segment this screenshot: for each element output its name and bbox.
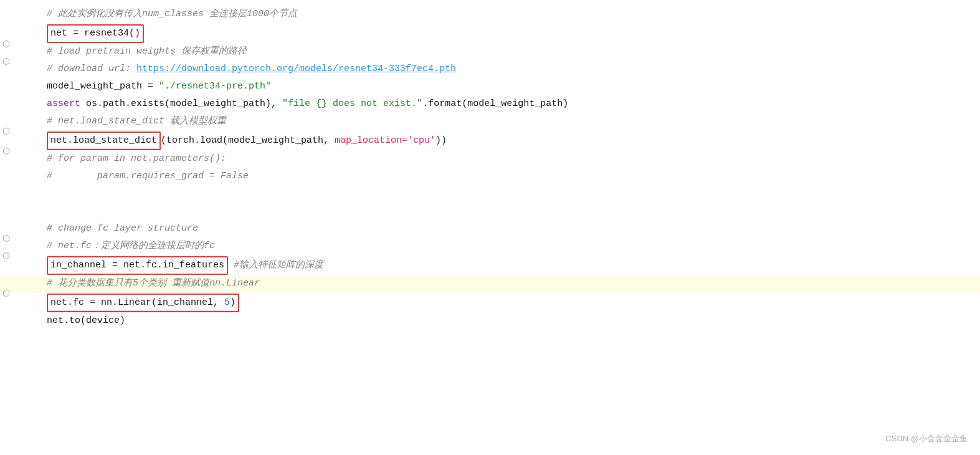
- url-link[interactable]: https://download.pytorch.org/models/resn…: [136, 64, 456, 74]
- code-content: in_channel = net.fc.in_features #输入特征矩阵的…: [34, 256, 980, 275]
- highlighted-code-box: net = resnet34(): [47, 24, 144, 43]
- comment-text: # 此处实例化没有传入num_classes 全连接层1000个节点: [47, 9, 297, 19]
- string-literal: "file {} does not exist.": [282, 98, 422, 109]
- code-text: net.to(device): [47, 315, 125, 326]
- code-text: .format(model_weight_path): [422, 98, 568, 109]
- code-content: # 此处实例化没有传入num_classes 全连接层1000个节点: [34, 7, 980, 22]
- keyword: assert: [47, 98, 80, 109]
- comment-text: # load pretrain weights 保存权重的路径: [47, 46, 247, 57]
- code-line: net.to(device): [0, 313, 980, 330]
- bookmark-icon: ⬡: [2, 287, 10, 300]
- bookmark-icon: ⬡: [2, 249, 10, 263]
- code-line: ⬡net.fc = nn.Linear(in_channel, 5): [0, 293, 980, 313]
- code-line: # change fc layer structure: [0, 221, 980, 238]
- code-content: net.to(device): [34, 314, 980, 328]
- comment-text: # download url:: [47, 64, 136, 74]
- bookmark-icon: ⬡: [2, 125, 10, 138]
- string-literal: "./resnet34-pre.pth": [159, 81, 271, 92]
- code-content: # load pretrain weights 保存权重的路径: [34, 44, 980, 59]
- highlighted-code-box: in_channel = net.fc.in_features: [47, 256, 228, 275]
- code-line: ⬡# load pretrain weights 保存权重的路径: [0, 44, 980, 61]
- code-line: [0, 186, 980, 203]
- highlighted-code-box: net.fc = nn.Linear(in_channel, 5): [47, 294, 239, 312]
- code-content: # net.load_state_dict 载入模型权重: [34, 114, 980, 129]
- comment-text: # net.fc：定义网络的全连接层时的fc: [47, 241, 215, 251]
- comment-text: # for param in net.parameters():: [47, 153, 226, 164]
- code-content: # change fc layer structure: [34, 221, 980, 236]
- code-content: # param.requires_grad = False: [34, 169, 980, 184]
- code-content: net.fc = nn.Linear(in_channel, 5): [34, 294, 980, 312]
- code-content: net.load_state_dict(torch.load(model_wei…: [34, 132, 980, 150]
- code-line: # net.load_state_dict 载入模型权重: [0, 113, 980, 131]
- bookmark-icon: ⬡: [2, 37, 10, 51]
- code-line: ⬡net.load_state_dict(torch.load(model_we…: [0, 131, 980, 151]
- code-line: # param.requires_grad = False: [0, 168, 980, 186]
- highlighted-code-box: net.load_state_dict: [47, 132, 161, 150]
- code-line: ⬡# download url: https://download.pytorc…: [0, 61, 980, 79]
- code-line: ⬡in_channel = net.fc.in_features #输入特征矩阵…: [0, 256, 980, 275]
- code-text: model_weight_path =: [47, 81, 159, 92]
- code-content: # download url: https://download.pytorch…: [34, 62, 980, 77]
- code-content: model_weight_path = "./resnet34-pre.pth": [34, 79, 980, 94]
- code-content: # 花分类数据集只有5个类别 重新赋值nn.Linear: [34, 276, 980, 291]
- code-text: os.path.exists(model_weight_path),: [80, 98, 282, 109]
- code-line: # 此处实例化没有传入num_classes 全连接层1000个节点: [0, 6, 980, 24]
- code-content: # for param in net.parameters():: [34, 151, 980, 166]
- comment-text: # 花分类数据集只有5个类别 重新赋值nn.Linear: [47, 278, 260, 289]
- code-content: # net.fc：定义网络的全连接层时的fc: [34, 239, 980, 254]
- bookmark-icon: ⬡: [2, 55, 10, 69]
- watermark: CSDN @小金金金金鱼: [885, 433, 968, 446]
- code-line: # 花分类数据集只有5个类别 重新赋值nn.Linear: [0, 275, 980, 293]
- code-line: model_weight_path = "./resnet34-pre.pth": [0, 79, 980, 96]
- code-line: ⬡# net.fc：定义网络的全连接层时的fc: [0, 238, 980, 256]
- comment-text: # net.load_state_dict 载入模型权重: [47, 116, 226, 127]
- code-line: ⬡# for param in net.parameters():: [0, 151, 980, 168]
- code-container: # 此处实例化没有传入num_classes 全连接层1000个节点net = …: [0, 0, 980, 455]
- comment-text: # param.requires_grad = False: [47, 171, 249, 181]
- code-line: assert os.path.exists(model_weight_path)…: [0, 96, 980, 113]
- comment-text: # change fc layer structure: [47, 223, 198, 234]
- code-line: [0, 203, 980, 221]
- code-content: assert os.path.exists(model_weight_path)…: [34, 97, 980, 112]
- code-line: net = resnet34(): [0, 24, 980, 44]
- bookmark-icon: ⬡: [2, 145, 10, 158]
- code-content: net = resnet34(): [34, 24, 980, 43]
- bookmark-icon: ⬡: [2, 232, 10, 246]
